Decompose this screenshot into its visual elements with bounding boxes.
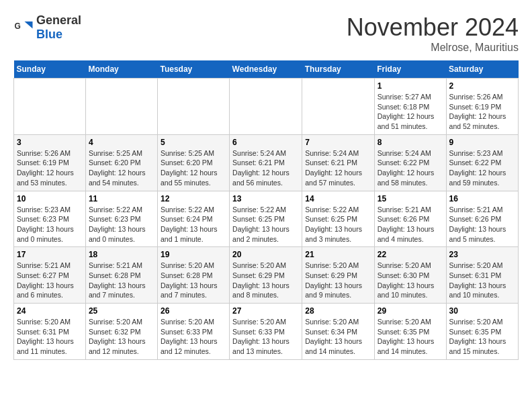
day-info: Sunrise: 5:26 AM Sunset: 6:19 PM Dayligh… bbox=[17, 149, 74, 187]
logo-icon: G bbox=[13, 17, 34, 38]
day-number: 29 bbox=[378, 306, 443, 316]
day-header-thursday: Thursday bbox=[302, 60, 374, 79]
day-number: 18 bbox=[89, 250, 154, 259]
day-number: 22 bbox=[378, 250, 443, 259]
calendar-cell: 24Sunrise: 5:20 AM Sunset: 6:31 PM Dayli… bbox=[14, 304, 86, 360]
day-info: Sunrise: 5:20 AM Sunset: 6:31 PM Dayligh… bbox=[449, 261, 506, 299]
day-number: 2 bbox=[449, 81, 515, 91]
calendar-week-row: 1Sunrise: 5:27 AM Sunset: 6:18 PM Daylig… bbox=[14, 79, 519, 135]
calendar-cell: 27Sunrise: 5:20 AM Sunset: 6:33 PM Dayli… bbox=[230, 304, 302, 360]
calendar-cell bbox=[302, 79, 374, 135]
day-info: Sunrise: 5:23 AM Sunset: 6:23 PM Dayligh… bbox=[17, 205, 74, 243]
calendar-cell: 2Sunrise: 5:26 AM Sunset: 6:19 PM Daylig… bbox=[446, 79, 518, 135]
day-number: 21 bbox=[305, 250, 371, 259]
calendar-cell: 1Sunrise: 5:27 AM Sunset: 6:18 PM Daylig… bbox=[374, 79, 446, 135]
day-number: 30 bbox=[449, 306, 515, 316]
day-info: Sunrise: 5:27 AM Sunset: 6:18 PM Dayligh… bbox=[378, 93, 435, 130]
day-number: 12 bbox=[161, 194, 226, 203]
day-info: Sunrise: 5:25 AM Sunset: 6:20 PM Dayligh… bbox=[89, 149, 146, 187]
calendar-cell: 22Sunrise: 5:20 AM Sunset: 6:30 PM Dayli… bbox=[374, 247, 446, 304]
day-number: 8 bbox=[378, 138, 443, 147]
calendar-cell: 3Sunrise: 5:26 AM Sunset: 6:19 PM Daylig… bbox=[14, 134, 86, 191]
day-info: Sunrise: 5:20 AM Sunset: 6:28 PM Dayligh… bbox=[161, 261, 218, 299]
day-info: Sunrise: 5:24 AM Sunset: 6:21 PM Dayligh… bbox=[305, 149, 362, 187]
day-info: Sunrise: 5:22 AM Sunset: 6:25 PM Dayligh… bbox=[305, 205, 362, 243]
day-info: Sunrise: 5:21 AM Sunset: 6:26 PM Dayligh… bbox=[449, 205, 506, 243]
day-number: 24 bbox=[17, 306, 83, 316]
calendar-cell: 16Sunrise: 5:21 AM Sunset: 6:26 PM Dayli… bbox=[446, 191, 518, 247]
calendar-cell: 12Sunrise: 5:22 AM Sunset: 6:24 PM Dayli… bbox=[157, 191, 229, 247]
day-header-tuesday: Tuesday bbox=[157, 60, 229, 79]
day-info: Sunrise: 5:20 AM Sunset: 6:32 PM Dayligh… bbox=[89, 318, 146, 355]
day-number: 25 bbox=[89, 306, 154, 316]
calendar-cell: 25Sunrise: 5:20 AM Sunset: 6:32 PM Dayli… bbox=[85, 304, 157, 360]
day-number: 3 bbox=[17, 138, 83, 147]
title-block: November 2024 Melrose, Mauritius bbox=[347, 13, 519, 54]
day-number: 9 bbox=[449, 138, 515, 147]
day-number: 17 bbox=[17, 250, 83, 259]
calendar-cell: 20Sunrise: 5:20 AM Sunset: 6:29 PM Dayli… bbox=[230, 247, 302, 304]
calendar-cell: 8Sunrise: 5:24 AM Sunset: 6:22 PM Daylig… bbox=[374, 134, 446, 191]
calendar-week-row: 10Sunrise: 5:23 AM Sunset: 6:23 PM Dayli… bbox=[14, 191, 519, 247]
calendar-header-row: SundayMondayTuesdayWednesdayThursdayFrid… bbox=[14, 60, 519, 79]
page-header: G General Blue November 2024 Melrose, Ma… bbox=[13, 13, 519, 54]
day-info: Sunrise: 5:25 AM Sunset: 6:20 PM Dayligh… bbox=[161, 149, 218, 187]
calendar-cell: 30Sunrise: 5:20 AM Sunset: 6:35 PM Dayli… bbox=[446, 304, 518, 360]
day-info: Sunrise: 5:21 AM Sunset: 6:27 PM Dayligh… bbox=[17, 261, 74, 299]
day-number: 7 bbox=[305, 138, 371, 147]
calendar-cell: 18Sunrise: 5:21 AM Sunset: 6:28 PM Dayli… bbox=[85, 247, 157, 304]
calendar-cell bbox=[85, 79, 157, 135]
calendar-cell: 6Sunrise: 5:24 AM Sunset: 6:21 PM Daylig… bbox=[230, 134, 302, 191]
calendar-cell: 21Sunrise: 5:20 AM Sunset: 6:29 PM Dayli… bbox=[302, 247, 374, 304]
calendar-cell: 5Sunrise: 5:25 AM Sunset: 6:20 PM Daylig… bbox=[157, 134, 229, 191]
day-number: 20 bbox=[232, 250, 299, 259]
calendar-week-row: 24Sunrise: 5:20 AM Sunset: 6:31 PM Dayli… bbox=[14, 304, 519, 360]
calendar-cell: 28Sunrise: 5:20 AM Sunset: 6:34 PM Dayli… bbox=[302, 304, 374, 360]
day-number: 5 bbox=[161, 138, 226, 147]
calendar-cell: 11Sunrise: 5:22 AM Sunset: 6:23 PM Dayli… bbox=[85, 191, 157, 247]
calendar-cell: 23Sunrise: 5:20 AM Sunset: 6:31 PM Dayli… bbox=[446, 247, 518, 304]
calendar-cell: 14Sunrise: 5:22 AM Sunset: 6:25 PM Dayli… bbox=[302, 191, 374, 247]
calendar-cell: 7Sunrise: 5:24 AM Sunset: 6:21 PM Daylig… bbox=[302, 134, 374, 191]
calendar-cell bbox=[14, 79, 86, 135]
calendar-cell: 9Sunrise: 5:23 AM Sunset: 6:22 PM Daylig… bbox=[446, 134, 518, 191]
day-info: Sunrise: 5:20 AM Sunset: 6:35 PM Dayligh… bbox=[378, 318, 435, 355]
day-header-friday: Friday bbox=[374, 60, 446, 79]
logo: G General Blue bbox=[13, 13, 81, 42]
day-info: Sunrise: 5:24 AM Sunset: 6:21 PM Dayligh… bbox=[232, 149, 290, 187]
day-info: Sunrise: 5:22 AM Sunset: 6:23 PM Dayligh… bbox=[89, 205, 146, 243]
day-info: Sunrise: 5:26 AM Sunset: 6:19 PM Dayligh… bbox=[449, 93, 506, 130]
calendar-cell: 4Sunrise: 5:25 AM Sunset: 6:20 PM Daylig… bbox=[85, 134, 157, 191]
day-number: 10 bbox=[17, 194, 83, 203]
day-number: 28 bbox=[305, 306, 371, 316]
day-info: Sunrise: 5:20 AM Sunset: 6:29 PM Dayligh… bbox=[305, 261, 362, 299]
day-info: Sunrise: 5:20 AM Sunset: 6:34 PM Dayligh… bbox=[305, 318, 362, 355]
day-info: Sunrise: 5:21 AM Sunset: 6:28 PM Dayligh… bbox=[89, 261, 146, 299]
day-number: 11 bbox=[89, 194, 154, 203]
day-number: 26 bbox=[161, 306, 226, 316]
svg-marker-1 bbox=[25, 21, 33, 29]
logo-general: General bbox=[36, 13, 81, 27]
day-number: 23 bbox=[449, 250, 515, 259]
day-number: 15 bbox=[378, 194, 443, 203]
day-info: Sunrise: 5:20 AM Sunset: 6:30 PM Dayligh… bbox=[378, 261, 435, 299]
calendar-week-row: 3Sunrise: 5:26 AM Sunset: 6:19 PM Daylig… bbox=[14, 134, 519, 191]
day-number: 14 bbox=[305, 194, 371, 203]
day-info: Sunrise: 5:24 AM Sunset: 6:22 PM Dayligh… bbox=[378, 149, 435, 187]
calendar-cell: 19Sunrise: 5:20 AM Sunset: 6:28 PM Dayli… bbox=[157, 247, 229, 304]
day-info: Sunrise: 5:20 AM Sunset: 6:35 PM Dayligh… bbox=[449, 318, 506, 355]
calendar-cell bbox=[230, 79, 302, 135]
day-number: 27 bbox=[232, 306, 299, 316]
day-number: 4 bbox=[89, 138, 154, 147]
day-info: Sunrise: 5:20 AM Sunset: 6:31 PM Dayligh… bbox=[17, 318, 74, 355]
day-info: Sunrise: 5:23 AM Sunset: 6:22 PM Dayligh… bbox=[449, 149, 506, 187]
day-info: Sunrise: 5:22 AM Sunset: 6:25 PM Dayligh… bbox=[232, 205, 290, 243]
svg-text:G: G bbox=[15, 21, 21, 31]
calendar-cell bbox=[157, 79, 229, 135]
day-number: 1 bbox=[378, 81, 443, 91]
calendar-body: 1Sunrise: 5:27 AM Sunset: 6:18 PM Daylig… bbox=[14, 79, 519, 360]
day-number: 13 bbox=[232, 194, 299, 203]
calendar-cell: 13Sunrise: 5:22 AM Sunset: 6:25 PM Dayli… bbox=[230, 191, 302, 247]
calendar-cell: 17Sunrise: 5:21 AM Sunset: 6:27 PM Dayli… bbox=[14, 247, 86, 304]
day-header-wednesday: Wednesday bbox=[230, 60, 302, 79]
